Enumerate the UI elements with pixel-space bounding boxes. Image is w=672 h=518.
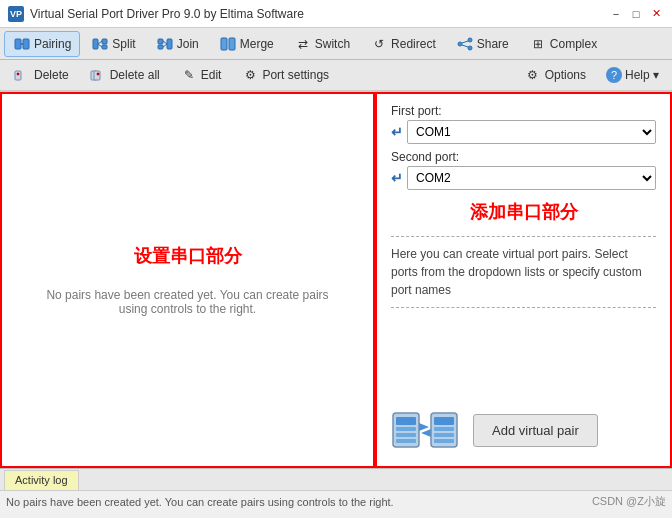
- help-button[interactable]: ? Help ▾: [597, 63, 668, 87]
- first-port-arrow-icon: ↵: [391, 124, 403, 140]
- merge-button[interactable]: Merge: [210, 31, 283, 57]
- title-bar: VP Virtual Serial Port Driver Pro 9.0 by…: [0, 0, 672, 28]
- share-button[interactable]: Share: [447, 31, 518, 57]
- options-icon: ⚙: [524, 66, 542, 84]
- help-icon: ?: [606, 67, 622, 83]
- merge-icon: [219, 35, 237, 53]
- svg-marker-32: [419, 423, 429, 431]
- svg-point-15: [458, 42, 462, 46]
- split-button[interactable]: Split: [82, 31, 144, 57]
- svg-line-18: [462, 41, 468, 43]
- delete-button[interactable]: Delete: [4, 62, 78, 88]
- join-button[interactable]: Join: [147, 31, 208, 57]
- svg-rect-5: [102, 45, 107, 49]
- delete-icon: [13, 66, 31, 84]
- second-port-arrow-icon: ↵: [391, 170, 403, 186]
- svg-rect-13: [221, 38, 227, 50]
- svg-line-7: [98, 44, 102, 47]
- divider-top: [391, 236, 656, 237]
- right-chinese-label: 添加串口部分: [391, 200, 656, 224]
- svg-line-19: [462, 45, 468, 47]
- join-icon: [156, 35, 174, 53]
- svg-rect-35: [434, 417, 454, 425]
- description-text: Here you can create virtual port pairs. …: [391, 245, 656, 299]
- first-port-select[interactable]: COM1 COM2 COM3 COM4: [407, 120, 656, 144]
- first-port-row: ↵ COM1 COM2 COM3 COM4: [391, 120, 656, 144]
- svg-point-16: [468, 38, 472, 42]
- svg-rect-29: [396, 427, 416, 431]
- port-settings-icon: ⚙: [241, 66, 259, 84]
- bottom-status-text: No pairs have been created yet. You can …: [6, 496, 394, 508]
- left-chinese-label: 设置串口部分: [134, 244, 242, 268]
- svg-rect-31: [396, 439, 416, 443]
- pairing-button[interactable]: Pairing: [4, 31, 80, 57]
- svg-rect-8: [158, 39, 163, 44]
- svg-marker-33: [421, 429, 431, 437]
- title-controls: − □ ✕: [608, 6, 664, 22]
- svg-rect-28: [396, 417, 416, 425]
- svg-line-6: [98, 41, 102, 44]
- second-port-select[interactable]: COM2 COM1 COM3 COM4: [407, 166, 656, 190]
- add-pair-section: Add virtual pair: [391, 398, 656, 456]
- right-panel: First port: ↵ COM1 COM2 COM3 COM4 Second…: [375, 92, 672, 468]
- bottom-bar: No pairs have been created yet. You can …: [0, 490, 672, 512]
- main-area: 设置串口部分 No pairs have been created yet. Y…: [0, 92, 672, 468]
- split-icon: [91, 35, 109, 53]
- main-toolbar: Pairing Split Join Merge ⇄ Switch ↺ Redi…: [0, 28, 672, 60]
- second-port-label: Second port:: [391, 150, 656, 164]
- svg-rect-3: [93, 39, 98, 49]
- maximize-button[interactable]: □: [628, 6, 644, 22]
- svg-rect-36: [434, 427, 454, 431]
- complex-button[interactable]: ⊞ Complex: [520, 31, 606, 57]
- edit-button[interactable]: ✎ Edit: [171, 62, 231, 88]
- app-icon: VP: [8, 6, 24, 22]
- first-port-section: First port: ↵ COM1 COM2 COM3 COM4: [391, 104, 656, 144]
- status-bar: Activity log: [0, 468, 672, 490]
- svg-rect-0: [15, 39, 21, 49]
- delete-all-icon: [89, 66, 107, 84]
- options-button[interactable]: ⚙ Options: [515, 62, 595, 88]
- pairing-icon: [13, 35, 31, 53]
- second-port-section: Second port: ↵ COM2 COM1 COM3 COM4: [391, 150, 656, 190]
- switch-icon: ⇄: [294, 35, 312, 53]
- activity-log-tab[interactable]: Activity log: [4, 470, 79, 490]
- svg-rect-14: [229, 38, 235, 50]
- second-port-row: ↵ COM2 COM1 COM3 COM4: [391, 166, 656, 190]
- minimize-button[interactable]: −: [608, 6, 624, 22]
- svg-rect-1: [23, 39, 29, 49]
- svg-rect-24: [94, 71, 100, 80]
- redirect-icon: ↺: [370, 35, 388, 53]
- svg-rect-30: [396, 433, 416, 437]
- svg-rect-4: [102, 39, 107, 44]
- redirect-button[interactable]: ↺ Redirect: [361, 31, 445, 57]
- share-icon: [456, 35, 474, 53]
- edit-icon: ✎: [180, 66, 198, 84]
- svg-line-11: [163, 41, 167, 44]
- svg-rect-9: [158, 45, 163, 49]
- delete-all-button[interactable]: Delete all: [80, 62, 169, 88]
- svg-point-17: [468, 46, 472, 50]
- switch-button[interactable]: ⇄ Switch: [285, 31, 359, 57]
- secondary-toolbar: Delete Delete all ✎ Edit ⚙ Port settings…: [0, 60, 672, 92]
- pair-icon-graphic: [391, 404, 459, 456]
- svg-rect-38: [434, 439, 454, 443]
- svg-rect-20: [15, 71, 21, 80]
- close-button[interactable]: ✕: [648, 6, 664, 22]
- svg-rect-10: [167, 39, 172, 49]
- divider-bottom: [391, 307, 656, 308]
- port-settings-button[interactable]: ⚙ Port settings: [232, 62, 338, 88]
- svg-line-12: [163, 44, 167, 47]
- title-bar-left: VP Virtual Serial Port Driver Pro 9.0 by…: [8, 6, 304, 22]
- add-virtual-pair-button[interactable]: Add virtual pair: [473, 414, 598, 447]
- window-title: Virtual Serial Port Driver Pro 9.0 by El…: [30, 7, 304, 21]
- left-panel: 设置串口部分 No pairs have been created yet. Y…: [0, 92, 375, 468]
- svg-rect-37: [434, 433, 454, 437]
- first-port-label: First port:: [391, 104, 656, 118]
- complex-icon: ⊞: [529, 35, 547, 53]
- empty-message: No pairs have been created yet. You can …: [2, 288, 373, 316]
- watermark: CSDN @Z小旋: [592, 494, 666, 509]
